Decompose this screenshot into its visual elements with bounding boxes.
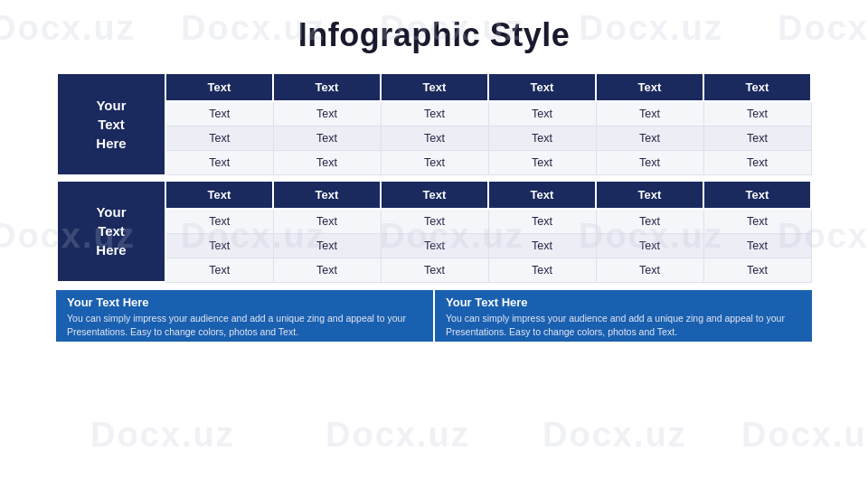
s2r3c5: Text	[596, 258, 703, 282]
s2r3c1: Text	[165, 258, 273, 282]
s2-col-header-6: Text	[703, 181, 811, 209]
s2r3c3: Text	[381, 258, 488, 282]
col-header-2: Text	[273, 73, 381, 101]
section2-label: Your Text Here	[57, 181, 165, 283]
section2-data-row-2: Text Text Text Text Text Text	[57, 233, 811, 258]
s2-col-header-2: Text	[273, 181, 381, 209]
s2r2c2: Text	[273, 233, 381, 258]
s1r1c1: Text	[165, 101, 273, 127]
s1r3c2: Text	[273, 151, 381, 175]
summary-box-1: Your Text Here You can simply impress yo…	[56, 290, 433, 342]
s1r2c1: Text	[165, 127, 273, 151]
s1r1c2: Text	[273, 101, 381, 127]
summary-title-1: Your Text Here	[67, 296, 422, 309]
info-table: Your Text Here Text Text Text Text Text …	[56, 72, 812, 283]
s2-col-header-1: Text	[165, 181, 273, 209]
s1r1c5: Text	[596, 101, 703, 127]
summary-title-2: Your Text Here	[446, 296, 801, 309]
summary-box-2: Your Text Here You can simply impress yo…	[435, 290, 812, 342]
s2-col-header-5: Text	[596, 181, 703, 209]
s2r1c1: Text	[165, 209, 273, 234]
s1r1c4: Text	[488, 101, 596, 127]
section1-label: Your Text Here	[57, 73, 165, 175]
section2-header-row: Your Text Here Text Text Text Text Text …	[57, 181, 811, 209]
s1r3c6: Text	[703, 151, 811, 175]
s1r3c5: Text	[596, 151, 703, 175]
col-header-5: Text	[596, 73, 703, 101]
section1-header-row: Your Text Here Text Text Text Text Text …	[57, 73, 811, 101]
s1r2c4: Text	[488, 127, 596, 151]
main-container: Your Text Here Text Text Text Text Text …	[56, 72, 812, 470]
section1-data-row-3: Text Text Text Text Text Text	[57, 151, 811, 175]
s2r3c6: Text	[703, 258, 811, 282]
s2r3c2: Text	[273, 258, 381, 282]
section1-data-row-1: Text Text Text Text Text Text	[57, 101, 811, 127]
section2-data-row-3: Text Text Text Text Text Text	[57, 258, 811, 282]
col-header-4: Text	[488, 73, 596, 101]
s1r1c6: Text	[703, 101, 811, 127]
s1r1c3: Text	[381, 101, 488, 127]
s2r2c4: Text	[488, 233, 596, 258]
summary-body-1: You can simply impress your audience and…	[67, 312, 422, 338]
s2r1c6: Text	[703, 209, 811, 234]
s2r2c5: Text	[596, 233, 703, 258]
s2r1c2: Text	[273, 209, 381, 234]
page-title: Infographic Style	[0, 0, 868, 63]
section1-data-row-2: Text Text Text Text Text Text	[57, 127, 811, 151]
s2r2c6: Text	[703, 233, 811, 258]
s2r3c4: Text	[488, 258, 596, 282]
col-header-1: Text	[165, 73, 273, 101]
col-header-6: Text	[703, 73, 811, 101]
summary-body-2: You can simply impress your audience and…	[446, 312, 801, 338]
summary-row: Your Text Here You can simply impress yo…	[56, 290, 812, 342]
s2r1c4: Text	[488, 209, 596, 234]
table-section: Your Text Here Text Text Text Text Text …	[56, 72, 812, 342]
s2-col-header-4: Text	[488, 181, 596, 209]
col-header-3: Text	[381, 73, 488, 101]
s1r2c5: Text	[596, 127, 703, 151]
s1r3c3: Text	[381, 151, 488, 175]
s2-col-header-3: Text	[381, 181, 488, 209]
s1r3c4: Text	[488, 151, 596, 175]
s1r2c6: Text	[703, 127, 811, 151]
s1r2c3: Text	[381, 127, 488, 151]
section2-data-row-1: Text Text Text Text Text Text	[57, 209, 811, 234]
s2r1c3: Text	[381, 209, 488, 234]
s2r1c5: Text	[596, 209, 703, 234]
s1r2c2: Text	[273, 127, 381, 151]
s2r2c3: Text	[381, 233, 488, 258]
s2r2c1: Text	[165, 233, 273, 258]
s1r3c1: Text	[165, 151, 273, 175]
